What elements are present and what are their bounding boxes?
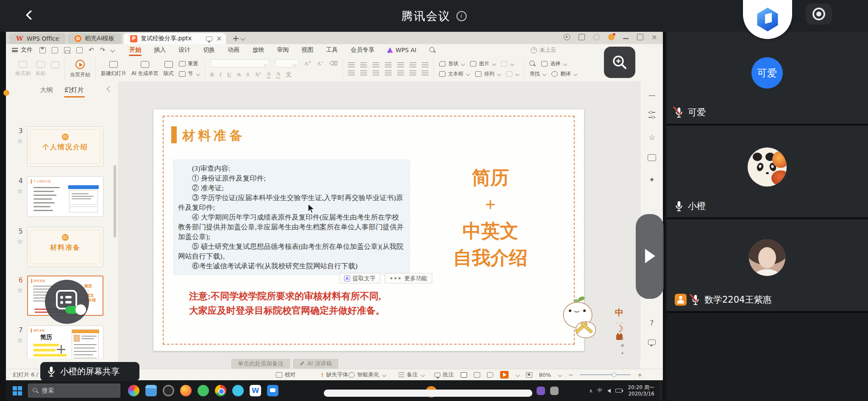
translate-button[interactable]: 翻译: [551, 70, 577, 78]
menu-animation[interactable]: 动画: [221, 44, 246, 56]
back-icon[interactable]: [25, 9, 37, 22]
menu-design[interactable]: 设计: [172, 44, 197, 56]
minimize-icon[interactable]: [623, 36, 629, 39]
text-direction-icon[interactable]: [409, 62, 416, 67]
menu-insert[interactable]: 插入: [147, 44, 172, 56]
section-button[interactable]: 节: [179, 70, 200, 78]
cooperation-icon[interactable]: [564, 34, 570, 40]
notes-placeholder[interactable]: 单击此处添加备注: [231, 359, 290, 368]
tab-list-chevron-icon[interactable]: [240, 36, 245, 40]
menu-wps-ai[interactable]: WPS AI: [381, 44, 423, 56]
star-icon[interactable]: ☆: [17, 238, 22, 245]
start-button[interactable]: [13, 386, 22, 395]
save-icon[interactable]: [39, 47, 46, 53]
align-text-icon[interactable]: [422, 70, 428, 75]
settings-gear-icon[interactable]: [593, 34, 600, 40]
cut-button[interactable]: [51, 61, 59, 76]
tray-app-icon-1[interactable]: [537, 387, 545, 395]
close-tab-icon[interactable]: [217, 36, 222, 41]
bold-button[interactable]: B: [210, 71, 214, 78]
paste-button[interactable]: 粘贴: [36, 61, 46, 77]
redo-icon[interactable]: ↷: [100, 46, 106, 54]
layout-button[interactable]: 版式: [164, 61, 174, 77]
app-icon-explorer[interactable]: [145, 385, 157, 396]
font-size-select[interactable]: [275, 59, 299, 67]
star-icon[interactable]: ☆: [17, 337, 22, 344]
new-slide-button[interactable]: 新建幻灯片: [101, 61, 126, 77]
app-icon-teal[interactable]: [232, 385, 244, 396]
app-icon-browser[interactable]: [180, 385, 192, 396]
star-icon[interactable]: ☆: [17, 187, 22, 195]
tray-expand-chevron-icon[interactable]: ∧: [589, 388, 593, 394]
taskbar-clock[interactable]: 20:20 周一 2020/3/16: [628, 384, 654, 397]
meeting-floating-widget[interactable]: [45, 280, 89, 324]
ai-speech-button[interactable]: AI 演讲稿: [293, 359, 338, 368]
ai-generate-page-button[interactable]: AI 生成单页: [131, 61, 159, 77]
slide-big-text[interactable]: 简历 + 中英文 自我介绍: [408, 164, 573, 271]
italic-button[interactable]: I: [220, 71, 222, 78]
zoom-slider-thumb[interactable]: [612, 373, 616, 377]
decrease-indent-icon[interactable]: [373, 62, 379, 67]
participant-tile-3[interactable]: 数学2204王紫惠: [666, 219, 868, 311]
tab-outline[interactable]: 大纲: [40, 86, 53, 94]
slide-thumbnail-5[interactable]: 02 材料准备: [27, 227, 103, 267]
ime-indicator[interactable]: 中: [598, 387, 603, 394]
smart-beautify-button[interactable]: 智能美化: [348, 371, 386, 379]
new-tab-button[interactable]: +: [232, 33, 239, 43]
record-button[interactable]: [806, 3, 832, 25]
find-magnifier-icon[interactable]: [529, 61, 536, 67]
properties-sliders-icon[interactable]: [640, 111, 663, 120]
menu-review[interactable]: 审阅: [270, 44, 295, 56]
account-avatar[interactable]: [608, 34, 615, 40]
shapes-button[interactable]: 形状: [439, 60, 465, 67]
menu-view[interactable]: 视图: [295, 44, 320, 56]
strikethrough-button[interactable]: A: [237, 71, 241, 78]
tray-app-icon-2[interactable]: [550, 387, 559, 395]
format-painter-button[interactable]: 格式刷: [15, 61, 31, 77]
menu-transition[interactable]: 切换: [197, 44, 221, 56]
slide-note-text[interactable]: 注意:不同学校学院所要求的审核材料有所不同, 大家应及时登录目标院校官网确定并做…: [189, 289, 385, 318]
present-mode-icon[interactable]: [206, 36, 212, 41]
panel-scrollbar[interactable]: [114, 165, 116, 237]
undo-icon[interactable]: ↶: [89, 46, 94, 54]
comments-button[interactable]: 批注: [434, 371, 454, 379]
magic-wand-icon[interactable]: ✦: [640, 175, 663, 184]
align-right-icon[interactable]: [373, 70, 379, 75]
normal-view-icon[interactable]: [461, 372, 467, 378]
line-spacing-icon[interactable]: [409, 70, 416, 75]
app-icon-wps-writer[interactable]: W: [250, 385, 261, 396]
underline-button[interactable]: U: [227, 71, 231, 78]
slide-title[interactable]: 材料准备: [182, 127, 245, 145]
tab-slides[interactable]: 幻灯片: [65, 86, 84, 94]
add-slide-button[interactable]: [57, 345, 65, 354]
editing-canvas[interactable]: 材料准备 (3)审查内容: ① 身份证原件及复印件; ② 准考证; ③ 学历学位…: [118, 81, 640, 358]
preview-icon[interactable]: [76, 47, 83, 53]
menu-member[interactable]: 会员专享: [344, 44, 381, 56]
shapes-panel-icon[interactable]: [640, 154, 663, 163]
zoom-out-button[interactable]: −: [568, 372, 573, 378]
zoom-in-button[interactable]: +: [637, 372, 642, 378]
find-button[interactable]: 查找: [529, 70, 546, 78]
file-menu[interactable]: 文件: [12, 46, 33, 54]
slide-6-canvas[interactable]: 材料准备 (3)审查内容: ① 身份证原件及复印件; ② 准考证; ③ 学历学位…: [153, 109, 584, 351]
volume-icon[interactable]: [607, 389, 611, 393]
missing-font-warning[interactable]: !缺失字体: [321, 371, 348, 379]
arrange-button[interactable]: 排列: [475, 70, 501, 78]
horizontal-scrollbar-pill[interactable]: [324, 390, 532, 397]
show-desktop-button[interactable]: [660, 380, 663, 401]
tab-document-active[interactable]: P 复试经验分享.pptx: [123, 33, 226, 44]
star-icon[interactable]: ☆: [17, 137, 22, 145]
proofread-button[interactable]: 校对: [276, 371, 296, 379]
slide-sorter-icon[interactable]: [474, 372, 480, 378]
menu-slideshow[interactable]: 放映: [246, 44, 270, 56]
slide-thumbnail-7[interactable]: 材料准备 简历: [27, 326, 103, 358]
chart-button[interactable]: [501, 61, 514, 67]
ribbon-search-icon[interactable]: [429, 47, 436, 53]
app-icon-messenger[interactable]: [267, 385, 278, 396]
favorites-star-icon[interactable]: ☆: [640, 133, 663, 142]
media-button[interactable]: [506, 71, 519, 77]
comment-bubble-icon[interactable]: [640, 338, 663, 347]
distribute-icon[interactable]: [397, 70, 404, 75]
zoom-magnifier-button[interactable]: [604, 47, 635, 78]
notes-toggle-button[interactable]: 备注: [398, 371, 424, 379]
